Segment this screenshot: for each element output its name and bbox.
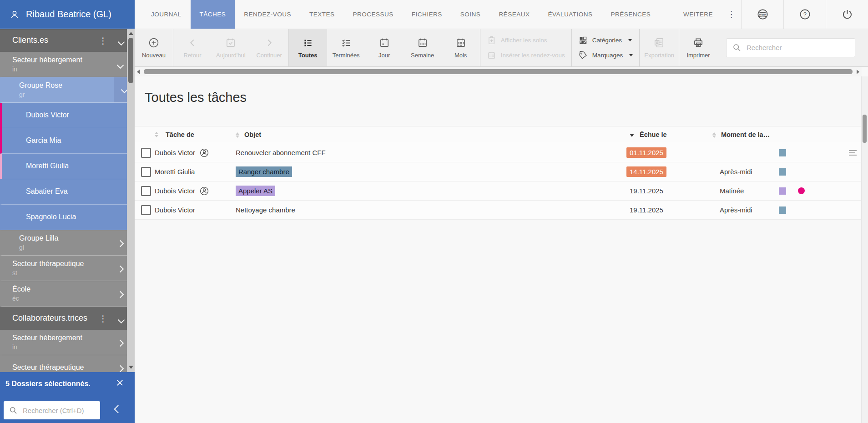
continue-button[interactable]: Continuer	[250, 29, 288, 66]
search-icon	[9, 406, 18, 415]
tab-processus[interactable]: PROCESSUS	[344, 0, 403, 29]
view-week-button[interactable]: Semaine	[404, 29, 442, 66]
language-globe-button[interactable]: www	[741, 0, 783, 29]
category-chip	[779, 206, 786, 214]
scroll-right-arrow[interactable]	[857, 70, 859, 74]
collapse-sidebar-chevron-left-icon[interactable]	[115, 406, 121, 414]
scrollbar-thumb[interactable]	[144, 69, 853, 74]
today-button[interactable]: Aujourd'hui	[212, 29, 250, 66]
clients-section-label: Clients.es	[12, 35, 48, 45]
clients-kebab-icon[interactable]: ⋮	[99, 35, 107, 45]
scroll-left-arrow[interactable]	[137, 70, 140, 74]
task-toolbar: Nouveau Retour Aujourd'hui Continuer	[135, 29, 868, 67]
care-insert-group: Afficher les soins Insérer les rendez-vo…	[480, 29, 571, 66]
row-checkbox[interactable]	[141, 148, 151, 158]
scroll-down-arrow[interactable]	[129, 366, 133, 369]
column-header-task-from[interactable]: Tâche de	[155, 131, 236, 138]
tab-reseaux[interactable]: RÉSEAUX	[490, 0, 539, 29]
chevron-right-icon[interactable]	[118, 265, 123, 273]
help-button[interactable]: ?	[783, 0, 826, 29]
sort-descending-icon	[630, 134, 634, 137]
chevron-right-icon[interactable]	[118, 339, 123, 347]
clients-chevron-down-icon[interactable]	[119, 37, 124, 47]
category-chip	[779, 149, 786, 156]
collaborateurs-kebab-icon[interactable]: ⋮	[99, 313, 107, 323]
horizontal-scrollbar[interactable]	[135, 67, 862, 76]
task-from-cell: Dubois Victor	[155, 149, 195, 156]
view-day-button[interactable]: Jour	[365, 29, 404, 66]
sidebar-item-secteur-therapeutique[interactable]: Secteur thérapeutique st	[0, 256, 135, 281]
sidebar-search-input[interactable]	[22, 406, 95, 415]
chevron-down-icon[interactable]	[118, 61, 123, 70]
logout-button[interactable]	[826, 0, 868, 29]
table-row[interactable]: Dubois Victor Nettoyage chambre 19.11.20…	[135, 201, 862, 220]
scroll-up-arrow[interactable]	[129, 32, 133, 35]
export-button[interactable]: Exportation	[640, 29, 679, 66]
subject-cell: Nettoyage chambre	[236, 206, 295, 214]
sort-icon	[155, 132, 158, 137]
row-checkbox[interactable]	[141, 205, 151, 215]
view-completed-button[interactable]: Terminées	[327, 29, 365, 66]
collaborateurs-chevron-down-icon[interactable]	[119, 315, 124, 325]
tab-rendez-vous[interactable]: RENDEZ-VOUS	[235, 0, 300, 29]
sidebar-scrollbar[interactable]	[127, 29, 135, 372]
sidebar-item-secteur-hebergement[interactable]: Secteur hébergement in	[0, 52, 135, 77]
search-icon	[732, 43, 742, 52]
categories-grid-icon	[578, 35, 588, 45]
sidebar-item-groupe-lilla[interactable]: Groupe Lilla gl	[0, 230, 135, 256]
column-header-subject[interactable]: Objet	[236, 131, 616, 138]
marker-dot	[798, 187, 805, 194]
sidebar-item-collab-secteur-hebergement[interactable]: Secteur hébergement in	[0, 330, 135, 355]
scrollbar-thumb[interactable]	[128, 38, 133, 83]
column-header-due-date[interactable]: Échue le	[616, 131, 705, 138]
table-row[interactable]: Dubois Victor Renouveler abonnement CFF …	[135, 143, 862, 162]
sort-icon	[712, 132, 716, 138]
print-button[interactable]: Imprimer	[679, 29, 717, 66]
chevron-right-icon[interactable]	[118, 365, 123, 373]
chevron-right-icon[interactable]	[118, 240, 123, 248]
sidebar-client-sabatier-eva[interactable]: Sabatier Eva	[0, 179, 135, 205]
sidebar-client-dubois-victor[interactable]: Dubois Victor	[0, 103, 135, 128]
collaborateurs-section-label: Collaborateurs.trices	[12, 313, 87, 323]
markers-dropdown[interactable]: Marquages	[578, 48, 633, 63]
close-icon[interactable]	[115, 378, 125, 388]
tab-evaluations[interactable]: ÉVALUATIONS	[539, 0, 601, 29]
tab-weitere[interactable]: WEITERE	[674, 0, 722, 29]
toolbar-search-input[interactable]	[746, 43, 849, 52]
tab-textes[interactable]: TEXTES	[300, 0, 344, 29]
row-checkbox[interactable]	[141, 186, 151, 196]
categories-dropdown[interactable]: Catégories	[578, 33, 633, 48]
sidebar-section-clients[interactable]: Clients.es ⋮	[0, 29, 135, 52]
tab-soins[interactable]: SOINS	[451, 0, 490, 29]
sidebar-item-groupe-rose[interactable]: Groupe Rose gr	[0, 77, 135, 103]
table-row[interactable]: Dubois Victor Appeler AS 19.11.2025 Mati…	[135, 181, 862, 201]
vertical-scrollbar[interactable]	[861, 76, 868, 423]
sidebar-client-garcia-mia[interactable]: Garcia Mia	[0, 128, 135, 154]
tab-fichiers[interactable]: FICHIERS	[403, 0, 451, 29]
clipboard-plus-icon	[487, 35, 496, 45]
scrollbar-thumb[interactable]	[863, 115, 867, 143]
column-header-moment[interactable]: Moment de la…	[705, 131, 772, 138]
back-button[interactable]: Retour	[173, 29, 212, 66]
chevron-right-icon[interactable]	[118, 291, 123, 299]
row-menu-icon[interactable]	[849, 150, 857, 156]
tab-journal[interactable]: JOURNAL	[142, 0, 191, 29]
tab-taches[interactable]: TÂCHES	[191, 0, 235, 29]
insert-appointments-button[interactable]: Insérer les rendez-vous	[487, 48, 565, 63]
view-all-tasks-button[interactable]: Toutes	[289, 29, 327, 66]
table-row[interactable]: Moretti Giulia Ranger chambre 14.11.2025…	[135, 162, 862, 181]
row-checkbox[interactable]	[141, 167, 151, 177]
patient-box[interactable]: Ribaud Beatrice (GL)	[0, 0, 135, 29]
tab-presences[interactable]: PRÉSENCES	[601, 0, 660, 29]
sidebar-item-ecole[interactable]: École éc	[0, 281, 135, 307]
svg-text:www: www	[758, 13, 767, 16]
sidebar-client-spagnolo-lucia[interactable]: Spagnolo Lucia	[0, 205, 135, 230]
tasks-table: Tâche de Objet Échue le Moment de la…	[135, 126, 862, 220]
more-menu-kebab-icon[interactable]: ⋮	[722, 0, 741, 29]
show-care-button[interactable]: Afficher les soins	[487, 33, 565, 48]
new-task-button[interactable]: Nouveau	[135, 29, 173, 66]
table-header-row: Tâche de Objet Échue le Moment de la…	[135, 126, 862, 143]
sidebar-section-collaborateurs[interactable]: Collaborateurs.trices ⋮	[0, 307, 135, 330]
sidebar-client-moretti-giulia[interactable]: Moretti Giulia	[0, 154, 135, 179]
view-month-button[interactable]: Mois	[442, 29, 480, 66]
